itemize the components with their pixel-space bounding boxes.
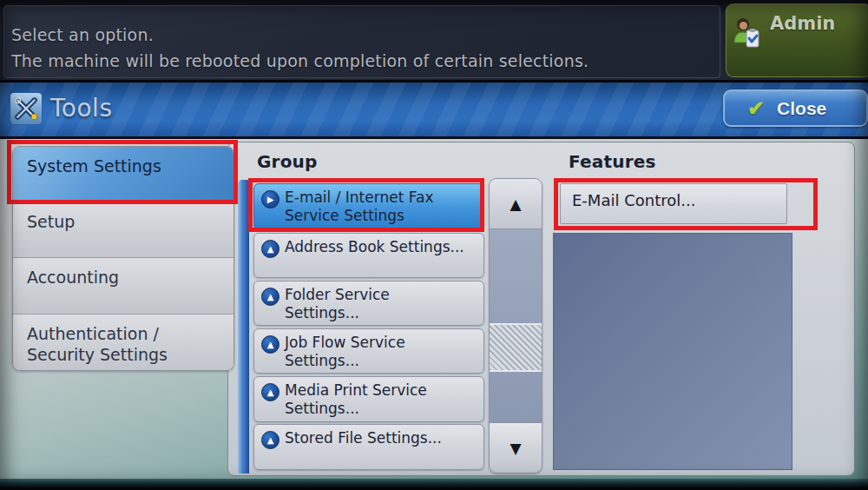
- tools-icon: [10, 92, 43, 125]
- panel-left-accent: [238, 180, 249, 473]
- play-circle-icon: ▶: [261, 190, 279, 209]
- scroll-up-button[interactable]: ▲: [490, 179, 542, 229]
- down-arrow-icon: ▼: [510, 440, 521, 457]
- status-bar: Select an option. The machine will be re…: [0, 0, 868, 83]
- group-item-label: E-mail / Internet Fax Service Settings: [285, 188, 433, 224]
- scroll-track[interactable]: [490, 229, 542, 422]
- group-scrollbar: ▲ ▼: [489, 178, 542, 473]
- group-item-job-flow-service[interactable]: ▲ Job Flow Service Settings...: [253, 328, 484, 374]
- up-arrow-circle-icon: ▲: [261, 383, 279, 401]
- up-arrow-circle-icon: ▲: [261, 335, 279, 354]
- up-arrow-circle-icon: ▲: [261, 240, 279, 258]
- sidebar-item-system-settings[interactable]: System Settings: [13, 147, 233, 202]
- features-column-header: Features: [569, 151, 656, 172]
- page-title: Tools: [50, 94, 112, 122]
- scroll-down-button[interactable]: ▼: [490, 422, 542, 473]
- logged-in-user-button[interactable]: Admin: [726, 3, 868, 77]
- group-item-folder-service[interactable]: ▲ Folder Service Settings...: [253, 281, 484, 326]
- group-item-label: Folder Service Settings...: [285, 285, 390, 321]
- close-button-label: Close: [777, 98, 826, 119]
- group-column-header: Group: [257, 151, 318, 172]
- sidebar-item-accounting[interactable]: Accounting: [13, 258, 233, 315]
- feature-item-email-control[interactable]: E-Mail Control...: [560, 183, 787, 224]
- sidebar-tabs: System Settings Setup Accounting Authent…: [12, 146, 234, 371]
- group-item-email-internet-fax[interactable]: ▶ E-mail / Internet Fax Service Settings: [253, 183, 484, 230]
- status-message-box: Select an option. The machine will be re…: [3, 5, 720, 78]
- title-bar: Tools ✔ Close: [0, 83, 868, 139]
- group-item-label: Address Book Settings...: [285, 237, 464, 256]
- group-item-label: Stored File Settings...: [285, 428, 442, 447]
- status-line-1: Select an option.: [11, 25, 154, 44]
- group-item-media-print-service[interactable]: ▲ Media Print Service Settings...: [253, 376, 484, 422]
- close-button[interactable]: ✔ Close: [723, 89, 868, 127]
- up-arrow-icon: ▲: [510, 195, 521, 213]
- sidebar-item-authentication-security[interactable]: Authentication / Security Settings: [13, 315, 233, 371]
- up-arrow-circle-icon: ▲: [261, 288, 279, 306]
- up-arrow-circle-icon: ▲: [261, 431, 279, 449]
- group-item-address-book[interactable]: ▲ Address Book Settings...: [253, 233, 484, 278]
- device-touchscreen: Select an option. The machine will be re…: [0, 0, 868, 490]
- sidebar-item-setup[interactable]: Setup: [13, 202, 233, 258]
- screen-bezel-bottom: [0, 479, 868, 490]
- checkmark-icon: ✔: [747, 98, 765, 119]
- user-badge-label: Admin: [770, 13, 835, 34]
- scroll-thumb[interactable]: [490, 323, 542, 372]
- main-area: System Settings Setup Accounting Authent…: [0, 139, 868, 490]
- group-item-label: Media Print Service Settings...: [285, 381, 427, 417]
- group-item-stored-file-settings[interactable]: ▲ Stored File Settings...: [253, 424, 484, 470]
- status-line-2: The machine will be rebooted upon comple…: [11, 51, 589, 70]
- admin-user-icon: [732, 17, 763, 50]
- group-item-label: Job Flow Service Settings...: [285, 333, 405, 369]
- features-list-empty-area: [553, 233, 792, 470]
